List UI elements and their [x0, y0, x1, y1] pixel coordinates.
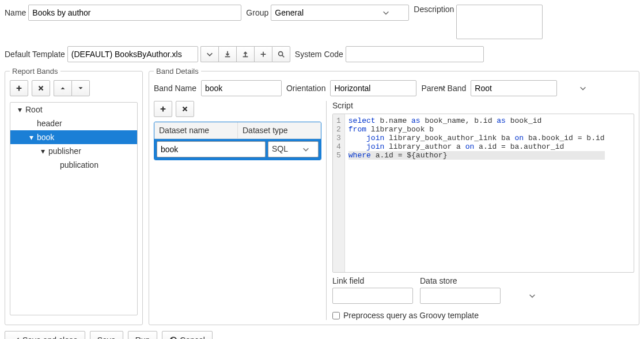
orientation-select[interactable]	[330, 80, 416, 96]
description-label: Description	[414, 5, 454, 14]
tree-node[interactable]: ▾book	[10, 130, 137, 144]
tree-expand-icon: ▾	[39, 146, 46, 156]
caret-up-icon	[59, 84, 67, 92]
chevron-down-icon	[293, 142, 318, 157]
group-label: Group	[246, 8, 268, 17]
close-icon	[37, 84, 45, 92]
dataset-add-button[interactable]	[154, 101, 172, 117]
orient-label: Orientation	[286, 84, 325, 93]
search-icon	[277, 50, 285, 58]
check-icon	[12, 336, 20, 339]
band-details-panel: Band Details Band Name Orientation Paren…	[149, 67, 639, 325]
preprocess-checkbox[interactable]	[332, 312, 340, 319]
orientation-value[interactable]	[331, 81, 438, 96]
download-icon	[223, 50, 232, 58]
parentband-value[interactable]	[471, 81, 579, 96]
save-and-close-button[interactable]: Save and close	[5, 331, 85, 339]
template-download-button[interactable]	[218, 46, 236, 62]
datasets-table[interactable]: Dataset name Dataset type SQL	[154, 122, 321, 160]
tree-node[interactable]: ▾Root	[10, 103, 137, 116]
plus-icon	[259, 50, 267, 58]
band-details-legend: Band Details	[154, 67, 201, 76]
tree-node[interactable]: header	[10, 116, 137, 130]
chevron-down-icon	[379, 9, 393, 17]
ds-col-name: Dataset name	[154, 122, 238, 138]
tree-node-label: publisher	[48, 146, 81, 156]
template-search-button[interactable]	[272, 46, 290, 62]
save-button[interactable]: Save	[90, 331, 123, 339]
band-remove-button[interactable]	[32, 80, 50, 96]
dataset-type-value: SQL	[268, 142, 293, 157]
tree-node-label: header	[37, 119, 62, 128]
run-label: Run	[135, 336, 150, 339]
report-bands-legend: Report Bands	[10, 67, 60, 76]
parentband-select[interactable]	[471, 80, 557, 96]
save-label: Save	[97, 336, 116, 339]
tree-node-label: Root	[25, 105, 43, 114]
tree-node[interactable]: ▾publisher	[10, 144, 137, 158]
cancel-label: Cancel	[180, 336, 205, 339]
cancel-icon	[169, 336, 177, 339]
template-upload-button[interactable]	[236, 46, 254, 62]
name-label: Name	[5, 8, 26, 17]
band-movedown-button[interactable]	[71, 80, 90, 96]
dataset-row[interactable]: SQL	[154, 139, 321, 160]
report-bands-panel: Report Bands ▾Rootheader▾book▾publisherp…	[5, 67, 143, 325]
script-editor[interactable]: 12345 select b.name as book_name, b.id a…	[332, 114, 634, 273]
script-label: Script	[332, 101, 634, 110]
tree-node-label: publication	[60, 160, 99, 170]
datastore-value[interactable]	[421, 288, 528, 303]
plus-icon	[159, 105, 167, 113]
group-select-value[interactable]	[271, 5, 379, 20]
close-icon	[181, 105, 189, 113]
syscode-input[interactable]	[346, 46, 484, 62]
bandname-input[interactable]	[201, 80, 282, 96]
cancel-button[interactable]: Cancel	[162, 331, 213, 339]
bandname-label: Band Name	[154, 84, 196, 93]
dataset-name-input[interactable]	[157, 141, 266, 157]
chevron-down-icon	[579, 84, 587, 92]
chevron-down-icon	[206, 50, 214, 58]
run-button[interactable]: Run	[128, 331, 158, 339]
plus-icon	[15, 84, 23, 92]
name-input[interactable]	[28, 5, 241, 21]
dataset-remove-button[interactable]	[176, 101, 194, 117]
bands-tree[interactable]: ▾Rootheader▾book▾publisherpublication	[10, 102, 138, 315]
save-and-close-label: Save and close	[22, 336, 78, 339]
caret-down-icon	[77, 84, 85, 92]
group-select[interactable]	[271, 5, 409, 21]
chevron-down-icon	[528, 292, 536, 300]
band-add-button[interactable]	[10, 80, 28, 96]
linkfield-label: Link field	[332, 276, 413, 285]
description-textarea[interactable]	[456, 5, 543, 39]
chevron-down-icon	[438, 84, 446, 92]
svg-point-0	[278, 52, 282, 56]
ds-col-type: Dataset type	[238, 122, 321, 138]
datastore-select[interactable]	[420, 288, 501, 304]
template-select[interactable]	[67, 46, 198, 62]
template-dropdown-button[interactable]	[200, 46, 218, 62]
band-moveup-button[interactable]	[54, 80, 71, 96]
tree-node-label: book	[37, 133, 54, 142]
tree-node[interactable]: publication	[10, 158, 137, 172]
upload-icon	[241, 50, 249, 58]
syscode-label: System Code	[295, 50, 343, 59]
template-select-value[interactable]	[68, 47, 198, 62]
datastore-label: Data store	[420, 276, 501, 285]
tree-expand-icon: ▾	[16, 105, 23, 114]
tree-expand-icon: ▾	[28, 133, 35, 142]
template-label: Default Template	[5, 50, 65, 59]
preprocess-label: Preprocess query as Groovy template	[343, 311, 479, 320]
dataset-type-select[interactable]: SQL	[268, 141, 319, 157]
template-add-button[interactable]	[254, 46, 272, 62]
linkfield-input[interactable]	[332, 288, 413, 304]
